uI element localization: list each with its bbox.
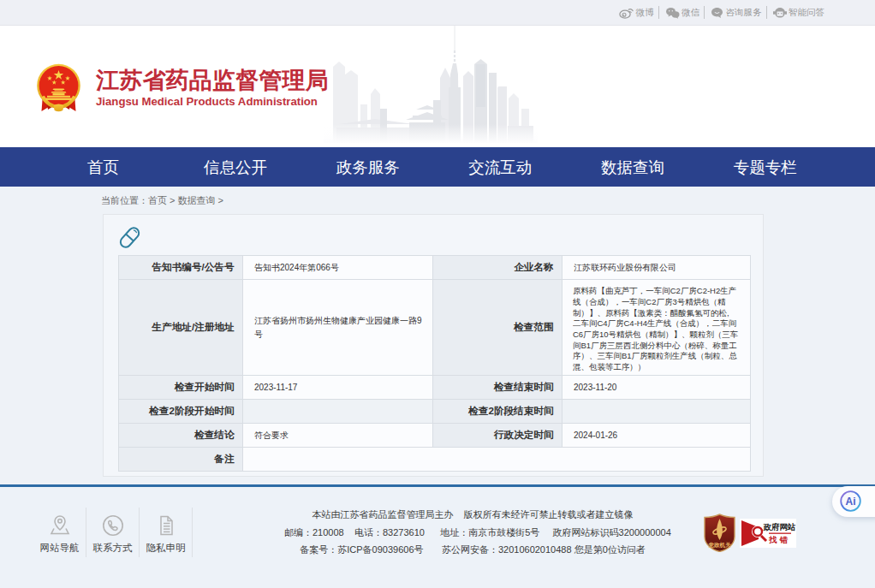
svg-text:政府网站: 政府网站 — [763, 522, 797, 532]
svg-text:找错: 找错 — [768, 535, 790, 544]
svg-text:Ai: Ai — [846, 496, 856, 508]
svg-text:党政机关: 党政机关 — [708, 542, 732, 549]
